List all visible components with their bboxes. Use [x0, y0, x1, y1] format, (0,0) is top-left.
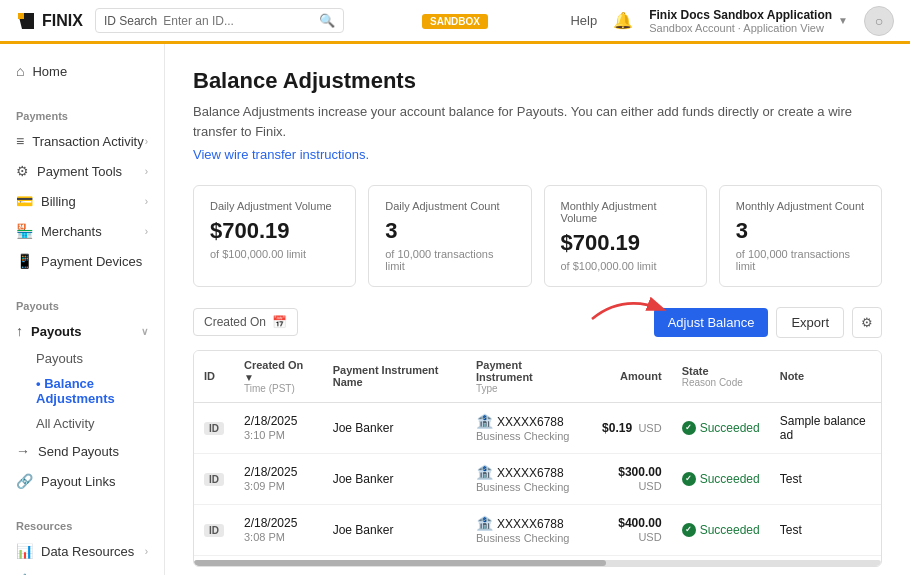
sidebar-label: Data Resources — [41, 544, 134, 559]
payments-section-label: Payments — [0, 102, 164, 126]
payout-activity-icon: ↑ — [16, 323, 23, 339]
id-search-input[interactable] — [163, 14, 313, 28]
svg-marker-1 — [18, 13, 24, 19]
page-title: Balance Adjustments — [193, 68, 882, 94]
sidebar-item-label: Home — [32, 64, 67, 79]
cell-instrument: 🏦XXXXX6788 Business Checking — [466, 453, 584, 504]
bank-icon: 🏦 — [476, 413, 493, 429]
time-value: 3:10 PM — [244, 429, 285, 441]
table-row[interactable]: ID 2/18/2025 3:08 PM Joe Banker 🏦XXXXX67… — [194, 504, 881, 555]
id-search-container[interactable]: ID Search 🔍 — [95, 8, 344, 33]
devices-icon: 📱 — [16, 253, 33, 269]
chevron-right-icon: › — [145, 196, 148, 207]
sidebar-item-billing[interactable]: 💳 Billing › — [0, 186, 164, 216]
stat-sub: of 100,000 transactions limit — [736, 248, 865, 272]
cell-date: 2/18/2025 3:09 PM — [234, 453, 323, 504]
sidebar-sub-balance-adjustments[interactable]: Balance Adjustments — [0, 371, 164, 411]
col-created-on[interactable]: Created On ▼ Time (PST) — [234, 351, 323, 403]
calendar-icon: 📅 — [272, 315, 287, 329]
send-icon: → — [16, 443, 30, 459]
stat-label: Monthly Adjustment Count — [736, 200, 865, 212]
wire-transfer-link[interactable]: View wire transfer instructions. — [193, 145, 369, 165]
topbar-right: Help 🔔 Finix Docs Sandbox Application Sa… — [570, 6, 894, 36]
sidebar-item-transaction-activity[interactable]: ≡ Transaction Activity › — [0, 126, 164, 156]
table-row[interactable]: ID 2/18/2025 3:10 PM Joe Banker 🏦XXXXX67… — [194, 402, 881, 453]
table-row[interactable]: ID 2/18/2025 3:09 PM Joe Banker 🏦XXXXX67… — [194, 453, 881, 504]
sidebar-label: Merchants — [41, 224, 102, 239]
instrument-type: Business Checking — [476, 481, 570, 493]
table-scrollbar[interactable] — [194, 560, 881, 566]
description-text: Balance Adjustments increase your accoun… — [193, 102, 882, 141]
logo-text: FINIX — [42, 12, 83, 30]
sidebar-label: Payouts — [31, 324, 82, 339]
bank-icon: 🏦 — [476, 464, 493, 480]
chevron-right-icon: › — [145, 546, 148, 557]
cell-instrument: 🏦XXXXX6788 Business Checking — [466, 504, 584, 555]
cell-id: ID — [194, 453, 234, 504]
notification-bell-icon[interactable]: 🔔 — [613, 11, 633, 30]
tools-icon: ⚙ — [16, 163, 29, 179]
sandbox-badge: SANDBOX — [422, 14, 488, 29]
cell-state: Succeeded — [672, 453, 770, 504]
payouts-section-label: Payouts — [0, 292, 164, 316]
stat-card-monthly-volume: Monthly Adjustment Volume $700.19 of $10… — [544, 185, 707, 287]
sidebar-item-data-resources[interactable]: 📊 Data Resources › — [0, 536, 164, 566]
cell-instrument-name: Joe Banker — [323, 453, 466, 504]
sidebar-item-payout-links[interactable]: 🔗 Payout Links — [0, 466, 164, 496]
cell-note: Sample balance ad — [770, 402, 881, 453]
home-icon: ⌂ — [16, 63, 24, 79]
amount-value: $0.19 — [602, 421, 632, 435]
cell-id: ID — [194, 504, 234, 555]
search-icon: 🔍 — [319, 13, 335, 28]
sidebar-item-home[interactable]: ⌂ Home — [0, 56, 164, 86]
currency-label: USD — [638, 531, 661, 543]
account-switcher[interactable]: Finix Docs Sandbox Application Sandbox A… — [649, 8, 848, 34]
sidebar: ⌂ Home Payments ≡ Transaction Activity ›… — [0, 44, 165, 575]
chevron-down-icon: ▼ — [838, 15, 848, 26]
success-dot-icon — [682, 472, 696, 486]
stats-row: Daily Adjustment Volume $700.19 of $100,… — [193, 185, 882, 287]
help-button[interactable]: Help — [570, 13, 597, 28]
cell-instrument-name: Joe Banker — [323, 504, 466, 555]
success-dot-icon — [682, 523, 696, 537]
avatar[interactable]: ○ — [864, 6, 894, 36]
date-value: 2/18/2025 — [244, 465, 297, 479]
settings-gear-icon: ⚙ — [861, 315, 873, 330]
stat-value: 3 — [385, 218, 514, 244]
toolbar-left: Created On 📅 — [193, 308, 298, 336]
main-layout: ⌂ Home Payments ≡ Transaction Activity ›… — [0, 44, 910, 575]
col-state: State Reason Code — [672, 351, 770, 403]
arrow-annotation — [582, 289, 682, 332]
date-filter[interactable]: Created On 📅 — [193, 308, 298, 336]
sidebar-label: Payout Links — [41, 474, 115, 489]
sidebar-item-payment-devices[interactable]: 📱 Payment Devices — [0, 246, 164, 276]
account-details: Finix Docs Sandbox Application Sandbox A… — [649, 8, 832, 34]
cell-note: Test — [770, 504, 881, 555]
link-icon: 🔗 — [16, 473, 33, 489]
sidebar-sub-payouts[interactable]: Payouts — [0, 346, 164, 371]
sidebar-item-payout-activity[interactable]: ↑ Payouts ∨ — [0, 316, 164, 346]
sidebar-label: Billing — [41, 194, 76, 209]
table-settings-button[interactable]: ⚙ — [852, 307, 882, 338]
instrument-type: Business Checking — [476, 430, 570, 442]
sidebar-item-send-payouts[interactable]: → Send Payouts — [0, 436, 164, 466]
sidebar-label: Send Payouts — [38, 444, 119, 459]
cell-instrument: 🏦XXXXX6788 Business Checking — [466, 402, 584, 453]
chevron-right-icon: › — [145, 166, 148, 177]
col-amount: Amount — [584, 351, 671, 403]
stat-value: 3 — [736, 218, 865, 244]
sidebar-item-merchants[interactable]: 🏪 Merchants › — [0, 216, 164, 246]
status-badge: Succeeded — [682, 472, 760, 486]
stat-label: Daily Adjustment Volume — [210, 200, 339, 212]
cell-date: 2/18/2025 3:08 PM — [234, 504, 323, 555]
table-toolbar: Created On 📅 Adjust Bal — [193, 307, 882, 338]
sidebar-sub-all-activity[interactable]: All Activity — [0, 411, 164, 436]
stat-value: $700.19 — [210, 218, 339, 244]
scrollbar-thumb[interactable] — [194, 560, 606, 566]
sidebar-item-reports[interactable]: 📋 Reports › — [0, 566, 164, 575]
id-search-label: ID Search — [104, 14, 157, 28]
sidebar-item-payment-tools[interactable]: ⚙ Payment Tools › — [0, 156, 164, 186]
export-button[interactable]: Export — [776, 307, 844, 338]
currency-label: USD — [638, 422, 661, 434]
stat-sub: of 10,000 transactions limit — [385, 248, 514, 272]
